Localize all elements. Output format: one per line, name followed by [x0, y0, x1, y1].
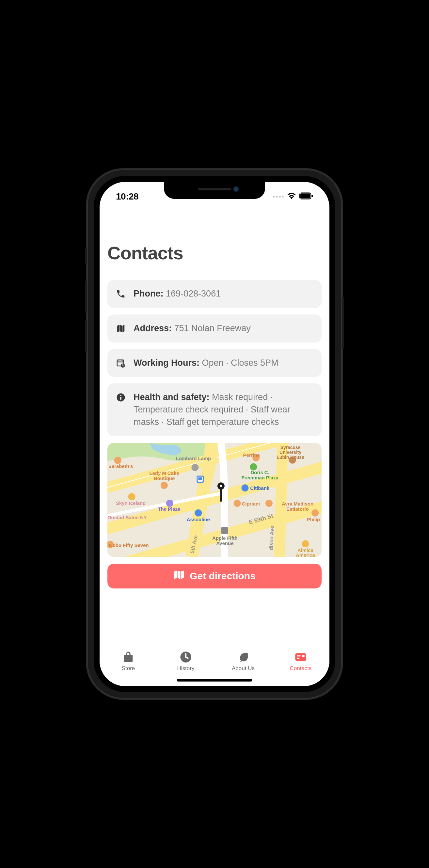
phone-text: Phone: 169-028-3061 [133, 288, 221, 300]
status-time: 10:28 [116, 191, 139, 202]
svg-text:America: America [296, 553, 315, 557]
leaf-icon [237, 651, 250, 663]
svg-point-30 [241, 484, 248, 492]
map-view[interactable]: Lombard Lamp Perrine Syracuse University… [108, 443, 321, 557]
tab-contacts-label: Contacts [289, 665, 311, 672]
svg-point-5 [119, 360, 119, 361]
tab-about-label: About Us [232, 665, 255, 672]
tab-history-label: History [177, 665, 194, 672]
svg-text:Avra Madison: Avra Madison [282, 501, 313, 506]
device-notch [164, 182, 265, 199]
svg-point-19 [311, 509, 319, 517]
svg-point-23 [250, 463, 257, 470]
wifi-icon [287, 191, 296, 202]
hours-label: Working Hours: [133, 358, 200, 368]
tab-store-label: Store [122, 665, 135, 672]
get-directions-label: Get directions [190, 570, 256, 582]
map-svg: Lombard Lamp Perrine Syracuse University… [108, 443, 321, 557]
svg-text:Freedman Plaza: Freedman Plaza [241, 475, 278, 480]
health-label: Health and safety: [133, 392, 210, 402]
svg-point-8 [122, 360, 123, 361]
battery-icon [299, 192, 313, 201]
svg-rect-65 [297, 655, 301, 656]
svg-point-11 [120, 395, 121, 397]
svg-rect-12 [120, 397, 121, 400]
power-button [342, 297, 344, 349]
content-area: Contacts Phone: 169-028-3061 Add [99, 242, 330, 588]
page-title: Contacts [108, 242, 321, 264]
contact-card-icon [294, 651, 307, 663]
health-card[interactable]: Health and safety: Mask required · Tempe… [108, 383, 321, 436]
svg-text:Perrine: Perrine [243, 453, 259, 458]
svg-text:dison Ave: dison Ave [268, 525, 275, 550]
get-directions-button[interactable]: Get directions [108, 564, 321, 588]
svg-point-29 [166, 500, 173, 507]
address-text: Address: 751 Nolan Freeway [133, 322, 251, 335]
volume-down-button [85, 320, 87, 352]
svg-text:Ouidad Salon NY: Ouidad Salon NY [108, 515, 147, 520]
svg-text:Cipriani: Cipriani [242, 501, 259, 506]
tab-history[interactable]: History [157, 647, 214, 675]
svg-point-67 [302, 655, 305, 657]
phone-icon [116, 289, 126, 299]
phone-value: 169-028-3061 [166, 289, 221, 299]
svg-point-15 [161, 482, 168, 489]
address-value: 751 Nolan Freeway [174, 323, 251, 333]
svg-text:Assouline: Assouline [187, 517, 210, 522]
phone-card[interactable]: Phone: 169-028-3061 [108, 280, 321, 308]
phone-screen: 10:28 Contacts [99, 182, 330, 686]
phone-label: Phone: [133, 289, 163, 299]
svg-point-14 [114, 457, 121, 464]
svg-point-31 [194, 509, 202, 517]
svg-point-21 [128, 493, 135, 500]
tab-about[interactable]: About Us [214, 647, 272, 675]
svg-rect-66 [297, 657, 299, 658]
svg-rect-64 [295, 653, 306, 661]
volume-up-button [85, 280, 87, 313]
home-indicator[interactable] [177, 679, 252, 682]
health-text: Health and safety: Mask required · Tempe… [133, 391, 313, 428]
store-bag-icon [122, 651, 135, 663]
svg-text:Estiatorio: Estiatorio [286, 506, 309, 512]
svg-rect-32 [221, 527, 228, 534]
cellular-dots-icon [273, 196, 284, 197]
svg-rect-1 [300, 193, 310, 198]
svg-text:Nobu Fifty Seven: Nobu Fifty Seven [109, 543, 149, 548]
phone-device-frame: 10:28 Contacts [87, 169, 342, 699]
svg-text:Sarabeth's: Sarabeth's [109, 463, 133, 469]
address-card[interactable]: Address: 751 Nolan Freeway [108, 314, 321, 343]
svg-text:Boutique: Boutique [154, 476, 175, 481]
svg-point-34 [220, 485, 222, 487]
svg-text:Doris C.: Doris C. [251, 470, 269, 475]
svg-text:Philip: Philip [307, 517, 320, 522]
svg-text:Lubin House: Lubin House [277, 455, 304, 460]
hours-card[interactable]: Working Hours: Open · Closes 5PM [108, 349, 321, 377]
map-icon [116, 323, 126, 334]
svg-rect-2 [311, 195, 313, 197]
svg-point-16 [234, 500, 241, 507]
svg-point-25 [191, 464, 198, 471]
svg-text:The Plaza: The Plaza [158, 506, 181, 512]
svg-text:Syracuse: Syracuse [280, 445, 301, 450]
tab-contacts[interactable]: Contacts [272, 647, 330, 675]
svg-text:Lady M Cake: Lady M Cake [149, 471, 179, 476]
calendar-clock-icon [116, 358, 126, 368]
side-button [85, 248, 87, 264]
svg-text:University: University [279, 450, 302, 455]
svg-point-6 [120, 360, 120, 361]
hours-value: Open · Closes 5PM [202, 358, 278, 368]
tab-store[interactable]: Store [99, 647, 157, 675]
svg-text:Avenue: Avenue [216, 541, 234, 546]
svg-rect-28 [198, 477, 202, 480]
hours-text: Working Hours: Open · Closes 5PM [133, 357, 278, 369]
svg-text:Kimica: Kimica [298, 548, 314, 553]
svg-text:Citibank: Citibank [250, 486, 269, 491]
svg-text:Skyn Iceland: Skyn Iceland [116, 501, 146, 506]
address-label: Address: [133, 323, 172, 333]
directions-map-icon [173, 570, 184, 582]
status-indicators [273, 191, 313, 202]
clock-icon [179, 651, 192, 663]
info-icon [116, 393, 126, 402]
svg-text:Apple Fifth: Apple Fifth [212, 535, 238, 541]
svg-point-17 [266, 500, 273, 507]
